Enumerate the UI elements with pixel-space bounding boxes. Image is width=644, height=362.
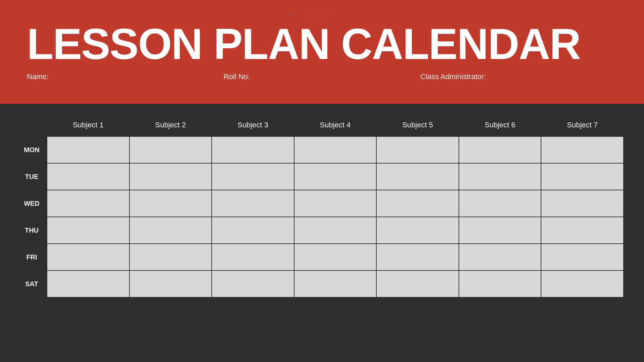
- subject-6-header: Subject 6: [459, 117, 541, 136]
- subject-1-header: Subject 1: [47, 117, 129, 136]
- cell-fri-subject-1[interactable]: [47, 244, 129, 270]
- cell-fri-subject-4[interactable]: [294, 244, 377, 270]
- cell-fri-subject-3[interactable]: [212, 244, 294, 270]
- cell-sat-subject-4[interactable]: [294, 270, 377, 297]
- cell-sat-subject-5[interactable]: [376, 270, 459, 297]
- cell-sat-subject-7[interactable]: [541, 270, 624, 297]
- calendar-content: Subject 1 Subject 2 Subject 3 Subject 4 …: [0, 104, 644, 308]
- cell-mon-subject-2[interactable]: [129, 136, 212, 163]
- day-label-sat: SAT: [20, 270, 47, 297]
- cell-wed-subject-1[interactable]: [47, 190, 129, 217]
- cell-mon-subject-4[interactable]: [294, 136, 377, 163]
- cell-tue-subject-3[interactable]: [212, 163, 294, 190]
- cell-fri-subject-5[interactable]: [376, 244, 459, 270]
- cell-mon-subject-7[interactable]: [541, 136, 624, 163]
- subject-7-header: Subject 7: [541, 117, 624, 136]
- subject-3-header: Subject 3: [212, 117, 294, 136]
- day-label-tue: TUE: [20, 163, 47, 190]
- cell-tue-subject-7[interactable]: [541, 163, 624, 190]
- cell-thu-subject-3[interactable]: [212, 217, 294, 244]
- cell-tue-subject-5[interactable]: [376, 163, 459, 190]
- class-admin-field: Class Administrator:: [420, 72, 617, 81]
- subject-4-header: Subject 4: [294, 117, 377, 136]
- cell-wed-subject-2[interactable]: [129, 190, 212, 217]
- cell-fri-subject-7[interactable]: [541, 244, 624, 270]
- table-row: SAT: [20, 270, 624, 297]
- cell-thu-subject-5[interactable]: [376, 217, 459, 244]
- day-label-mon: MON: [20, 136, 47, 163]
- cell-tue-subject-1[interactable]: [47, 163, 129, 190]
- cell-mon-subject-6[interactable]: [459, 136, 541, 163]
- page-title: LESSON PLAN CALENDAR: [27, 22, 617, 66]
- cell-mon-subject-5[interactable]: [376, 136, 459, 163]
- page-header: W E E K 1 LESSON PLAN CALENDAR Name: Rol…: [0, 0, 644, 104]
- cell-sat-subject-6[interactable]: [459, 270, 541, 297]
- cell-tue-subject-6[interactable]: [459, 163, 541, 190]
- cell-wed-subject-5[interactable]: [376, 190, 459, 217]
- table-row: FRI: [20, 244, 624, 270]
- subject-2-header: Subject 2: [129, 117, 212, 136]
- week-label: W E E K 1: [27, 10, 617, 19]
- cell-fri-subject-2[interactable]: [129, 244, 212, 270]
- cell-wed-subject-6[interactable]: [459, 190, 541, 217]
- empty-header: [20, 117, 47, 136]
- cell-wed-subject-4[interactable]: [294, 190, 377, 217]
- day-label-wed: WED: [20, 190, 47, 217]
- subject-5-header: Subject 5: [376, 117, 459, 136]
- table-row: TUE: [20, 163, 624, 190]
- cell-mon-subject-3[interactable]: [212, 136, 294, 163]
- cell-wed-subject-7[interactable]: [541, 190, 624, 217]
- header-row: Subject 1 Subject 2 Subject 3 Subject 4 …: [20, 117, 624, 136]
- cell-thu-subject-4[interactable]: [294, 217, 377, 244]
- cell-thu-subject-7[interactable]: [541, 217, 624, 244]
- lesson-plan-table: Subject 1 Subject 2 Subject 3 Subject 4 …: [20, 117, 624, 298]
- cell-thu-subject-1[interactable]: [47, 217, 129, 244]
- cell-sat-subject-2[interactable]: [129, 270, 212, 297]
- cell-sat-subject-3[interactable]: [212, 270, 294, 297]
- cell-thu-subject-2[interactable]: [129, 217, 212, 244]
- day-label-thu: THU: [20, 217, 47, 244]
- cell-sat-subject-1[interactable]: [47, 270, 129, 297]
- cell-mon-subject-1[interactable]: [47, 136, 129, 163]
- roll-no-field: Roll No:: [224, 72, 421, 81]
- table-row: MON: [20, 136, 624, 163]
- meta-row: Name: Roll No: Class Administrator:: [27, 72, 617, 81]
- cell-tue-subject-2[interactable]: [129, 163, 212, 190]
- cell-tue-subject-4[interactable]: [294, 163, 377, 190]
- cell-fri-subject-6[interactable]: [459, 244, 541, 270]
- cell-wed-subject-3[interactable]: [212, 190, 294, 217]
- cell-thu-subject-6[interactable]: [459, 217, 541, 244]
- table-row: WED: [20, 190, 624, 217]
- day-label-fri: FRI: [20, 244, 47, 270]
- table-row: THU: [20, 217, 624, 244]
- name-field: Name:: [27, 72, 224, 81]
